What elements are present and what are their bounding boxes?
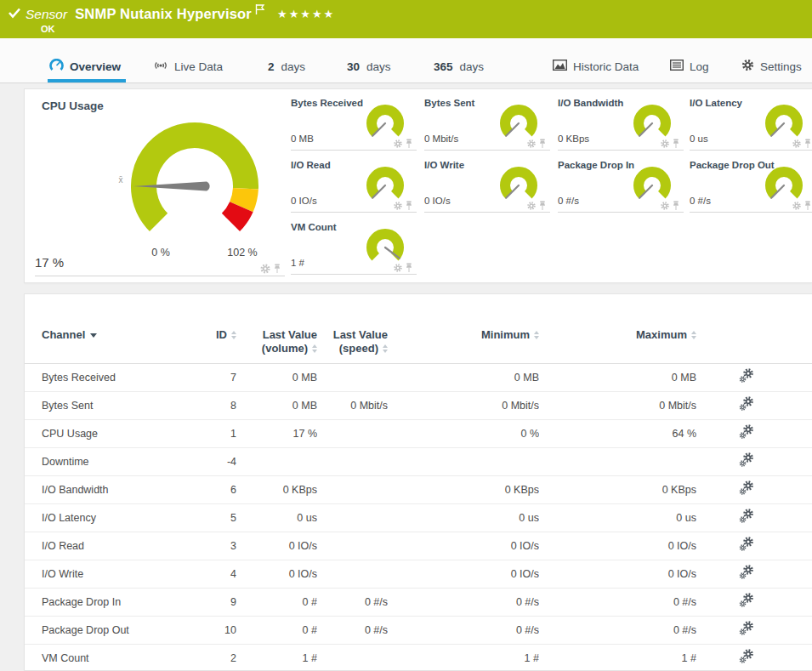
- edit-channel-icon[interactable]: [739, 481, 754, 496]
- edit-channel-icon[interactable]: [739, 509, 754, 524]
- cell-last-value-volume: [236, 447, 317, 475]
- cell-last-value-volume: 0 KBps: [236, 475, 317, 503]
- gauge-value: 0 us: [690, 134, 708, 144]
- gauge-label: I/O Bandwidth: [558, 98, 623, 108]
- header-last-value-volume[interactable]: Last Value (volume): [236, 294, 317, 363]
- gauge-scale-max: 102 %: [220, 247, 264, 259]
- cell-channel: Bytes Received: [25, 363, 152, 391]
- header-id[interactable]: ID: [152, 294, 236, 363]
- cell-last-value-speed: [317, 532, 388, 560]
- cell-last-value-speed: [317, 419, 388, 447]
- cell-channel: Package Drop Out: [25, 616, 152, 644]
- gauge-value: 0 #/s: [558, 196, 579, 206]
- gauge-settings-icon[interactable]: [792, 201, 802, 211]
- edit-channel-icon[interactable]: [739, 621, 754, 636]
- gauge-cell-i-o-write: I/O Write 0 IO/s: [424, 158, 550, 213]
- cell-maximum: 0 IO/s: [539, 532, 696, 560]
- gauge-pin-icon[interactable]: [803, 139, 812, 149]
- edit-channel-icon[interactable]: [739, 649, 754, 664]
- tab-overview[interactable]: Overview: [49, 50, 121, 82]
- cell-minimum: 0 #/s: [388, 616, 539, 644]
- cell-minimum: 0 KBps: [388, 475, 539, 503]
- cell-id: 3: [152, 532, 236, 560]
- gauge-value: 0 MB: [291, 134, 314, 144]
- table-row-bytes-received[interactable]: Bytes Received 7 0 MB 0 MB 0 MB: [25, 363, 812, 391]
- edit-channel-icon[interactable]: [739, 368, 754, 384]
- cell-channel: Downtime: [25, 447, 152, 475]
- gauge-pin-icon[interactable]: [273, 264, 281, 274]
- gauge-settings-icon[interactable]: [393, 263, 403, 273]
- edit-channel-icon[interactable]: [739, 565, 754, 580]
- tab-settings[interactable]: Settings: [741, 50, 802, 82]
- tab-365-days[interactable]: 365 days: [434, 50, 484, 82]
- gauge-settings-icon[interactable]: [792, 139, 802, 149]
- tab-live-data[interactable]: Live Data: [153, 50, 223, 82]
- tab-historic-data[interactable]: Historic Data: [553, 50, 639, 82]
- table-row-package-drop-out[interactable]: Package Drop Out 10 0 # 0 #/s 0 #/s 0 #/…: [25, 616, 812, 644]
- gauge-settings-icon[interactable]: [660, 201, 670, 211]
- table-row-package-drop-in[interactable]: Package Drop In 9 0 # 0 #/s 0 #/s 0 #/s: [25, 588, 812, 616]
- flag-icon[interactable]: [255, 3, 265, 19]
- table-row-i-o-read[interactable]: I/O Read 3 0 IO/s 0 IO/s 0 IO/s: [25, 532, 812, 560]
- header-channel[interactable]: Channel: [25, 294, 152, 363]
- tab-label: Overview: [70, 60, 121, 73]
- gauge-pin-icon[interactable]: [672, 201, 680, 211]
- tab-30-days[interactable]: 30 days: [347, 50, 391, 82]
- gauge-cell-bytes-received: Bytes Received 0 MB: [291, 96, 417, 151]
- gauge-pin-icon[interactable]: [405, 201, 413, 211]
- cell-last-value-speed: [317, 447, 388, 475]
- cell-id: 9: [152, 588, 236, 616]
- edit-channel-icon[interactable]: [739, 396, 754, 412]
- header-last-value-speed[interactable]: Last Value (speed): [317, 294, 388, 363]
- gauge-icon: [49, 59, 64, 74]
- table-row-cpu-usage[interactable]: CPU Usage 1 17 % 0 % 64 %: [25, 419, 812, 447]
- gauge-value: 17 %: [35, 255, 64, 270]
- cell-maximum: 0 Mbit/s: [539, 391, 696, 419]
- gauge-label: CPU Usage: [42, 100, 104, 112]
- header-minimum[interactable]: Minimum: [388, 294, 539, 363]
- table-row-bytes-sent[interactable]: Bytes Sent 8 0 MB 0 Mbit/s 0 Mbit/s 0 Mb…: [25, 391, 812, 419]
- table-row-vm-count[interactable]: VM Count 2 1 # 1 # 1 #: [25, 644, 812, 671]
- cell-last-value-speed: [317, 503, 388, 532]
- cell-channel: VM Count: [25, 644, 152, 671]
- tab-number: 365: [434, 60, 453, 73]
- priority-stars[interactable]: ★★★★★: [277, 8, 335, 20]
- gauge-settings-icon[interactable]: [260, 264, 270, 274]
- cell-minimum: 0 Mbit/s: [388, 391, 539, 419]
- gauge-settings-icon[interactable]: [393, 201, 403, 211]
- cell-last-value-volume: 0 MB: [236, 363, 317, 391]
- gauge-scale-min: 0 %: [142, 247, 179, 259]
- header-maximum[interactable]: Maximum: [539, 294, 696, 363]
- table-row-downtime[interactable]: Downtime -4: [25, 447, 812, 475]
- cell-id: 4: [152, 560, 236, 588]
- gauge-pin-icon[interactable]: [405, 139, 413, 149]
- gauge-cell-bytes-sent: Bytes Sent 0 Mbit/s: [424, 96, 550, 151]
- gauge-cell-vm-count: VM Count 1 #: [291, 220, 417, 275]
- cell-minimum: 0 %: [388, 419, 539, 447]
- gauge-settings-icon[interactable]: [660, 139, 670, 149]
- cell-channel: I/O Bandwidth: [25, 475, 152, 503]
- gauge-pin-icon[interactable]: [405, 263, 413, 273]
- gauge-pin-icon[interactable]: [538, 201, 547, 211]
- edit-channel-icon[interactable]: [739, 593, 754, 608]
- gauge-pin-icon[interactable]: [538, 139, 547, 149]
- cell-maximum: 64 %: [539, 419, 696, 447]
- gear-icon: [741, 59, 754, 74]
- gauge-settings-icon[interactable]: [526, 139, 537, 149]
- tab-2-days[interactable]: 2 days: [268, 50, 305, 82]
- gauge-pin-icon[interactable]: [803, 201, 812, 211]
- edit-channel-icon[interactable]: [739, 452, 754, 468]
- edit-channel-icon[interactable]: [739, 537, 754, 552]
- gauge-settings-icon[interactable]: [393, 139, 403, 149]
- cell-channel: I/O Latency: [25, 503, 152, 532]
- gauge-settings-icon[interactable]: [526, 201, 537, 211]
- cell-id: 10: [152, 616, 236, 644]
- table-row-i-o-bandwidth[interactable]: I/O Bandwidth 6 0 KBps 0 KBps 0 KBps: [25, 475, 812, 503]
- svg-text:x̄: x̄: [119, 175, 123, 185]
- gauge-label: VM Count: [291, 222, 337, 232]
- table-row-i-o-latency[interactable]: I/O Latency 5 0 us 0 us 0 us: [25, 503, 812, 532]
- table-row-i-o-write[interactable]: I/O Write 4 0 IO/s 0 IO/s 0 IO/s: [25, 560, 812, 588]
- gauge-pin-icon[interactable]: [672, 139, 680, 149]
- edit-channel-icon[interactable]: [739, 424, 754, 440]
- tab-log[interactable]: Log: [670, 50, 709, 82]
